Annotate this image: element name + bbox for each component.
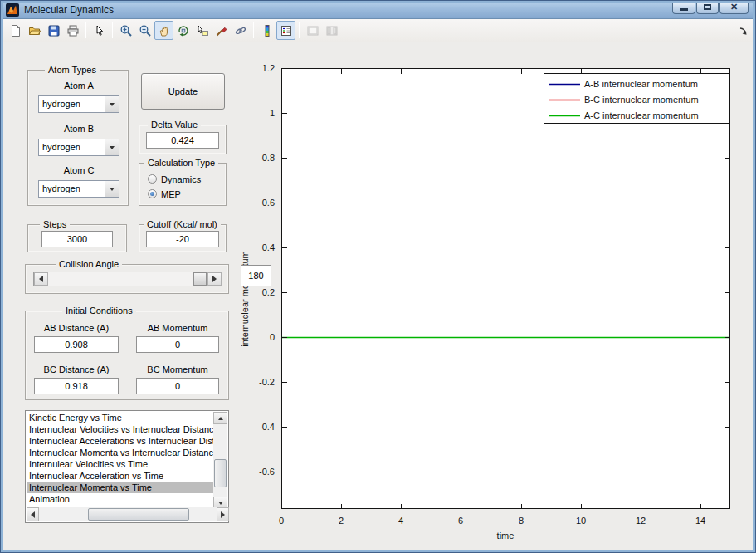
vertical-scrollbar[interactable] (213, 412, 227, 509)
insert-legend-button[interactable] (276, 21, 295, 40)
open-file-button[interactable] (25, 21, 44, 40)
steps-panel: Steps (27, 224, 127, 252)
save-figure-button[interactable] (44, 21, 63, 40)
scroll-left-button[interactable] (27, 507, 39, 521)
arrow-left-icon (39, 276, 43, 282)
plot-selection-listbox: Kinetic Energy vs Time Internuclear Velo… (25, 410, 229, 523)
collision-angle-panel: Collision Angle (25, 264, 229, 294)
horizontal-scrollbar[interactable] (27, 507, 229, 521)
dropdown-button[interactable] (105, 181, 119, 197)
brush-data-button[interactable] (212, 21, 231, 40)
new-figure-button[interactable] (6, 21, 25, 40)
titlebar[interactable]: Molecular Dynamics (1, 1, 755, 19)
save-icon (47, 24, 61, 37)
plot-area[interactable] (282, 69, 730, 509)
rotate-3d-button[interactable] (173, 21, 193, 40)
xtick-label: 2 (339, 516, 344, 526)
chevron-down-icon (110, 103, 115, 106)
horizontal-scroll-thumb[interactable] (88, 508, 189, 521)
radio-dynamics-label: Dynamics (161, 174, 201, 184)
collision-angle-input[interactable] (241, 265, 271, 286)
list-item[interactable]: Kinetic Energy vs Time (27, 412, 215, 423)
xtick-label: 8 (519, 516, 524, 526)
ytick-label: 0.2 (262, 287, 275, 297)
legend-label-ac: A-C internuclear momentum (584, 110, 699, 120)
panel-title: Calculation Type (144, 157, 218, 169)
close-button[interactable]: ✕ (719, 0, 749, 14)
radio-mep-label: MEP (161, 189, 181, 199)
maximize-icon (704, 4, 711, 10)
bc-momentum-input[interactable] (136, 378, 219, 394)
listbox-items: Kinetic Energy vs Time Internuclear Velo… (27, 412, 215, 509)
scroll-right-button[interactable] (217, 507, 229, 521)
ab-momentum-input[interactable] (136, 336, 219, 353)
data-cursor-button[interactable] (193, 21, 212, 40)
zoom-out-button[interactable] (135, 21, 154, 40)
xtick-label: 10 (576, 516, 586, 526)
panel-title: Steps (40, 218, 70, 230)
radio-button-icon[interactable] (148, 189, 157, 198)
delta-value-input[interactable] (146, 132, 219, 149)
radio-button-icon[interactable] (148, 174, 157, 184)
cutoff-input[interactable] (146, 231, 219, 247)
hide-plot-tools-button[interactable] (303, 21, 322, 40)
initial-conditions-panel: Initial Conditions AB Distance (A) AB Mo… (25, 311, 229, 400)
scroll-up-button[interactable] (213, 412, 227, 424)
ab-distance-label: AB Distance (A) (34, 323, 119, 333)
insert-colorbar-button[interactable] (257, 21, 276, 40)
pan-button[interactable] (154, 21, 173, 40)
panel-title: Cutoff (Kcal/ mol) (144, 218, 221, 230)
dock-arrow-icon (738, 26, 749, 37)
maximize-button[interactable] (696, 0, 719, 14)
atom-a-dropdown[interactable]: hydrogen (38, 95, 119, 113)
slider-right-button[interactable] (207, 272, 222, 286)
bc-distance-input[interactable] (34, 378, 119, 394)
ytick-label: -0.2 (259, 377, 275, 387)
list-item[interactable]: Internuclear Velocities vs Internuclear … (27, 423, 215, 435)
zoom-in-button[interactable] (116, 21, 135, 40)
show-plot-tools-icon (325, 24, 339, 37)
atom-a-value: hydrogen (39, 96, 105, 112)
atom-c-dropdown[interactable]: hydrogen (38, 180, 119, 198)
collision-angle-slider[interactable] (33, 272, 222, 286)
atom-b-value: hydrogen (39, 139, 105, 155)
radio-mep[interactable]: MEP (148, 188, 181, 199)
list-item-selected[interactable]: Internuclear Momenta vs Time (27, 482, 215, 493)
arrow-left-icon (31, 511, 35, 518)
radio-dynamics[interactable]: Dynamics (148, 174, 201, 184)
arrow-down-icon (218, 502, 223, 505)
list-item[interactable]: Animation (27, 493, 215, 505)
list-item[interactable]: Internuclear Acceleration vs Time (27, 470, 215, 482)
vertical-scroll-thumb[interactable] (214, 459, 227, 487)
dropdown-button[interactable] (105, 139, 119, 155)
ytick-label: 0.6 (262, 198, 275, 208)
minimize-button[interactable] (672, 0, 695, 14)
minimize-icon (680, 8, 688, 11)
molecular-dynamics-window: Molecular Dynamics ✕ (0, 0, 756, 553)
xtick-label: 14 (695, 516, 705, 526)
link-plot-button[interactable] (231, 21, 250, 40)
list-item[interactable]: Internuclear Accelerations vs Internucle… (27, 435, 215, 447)
print-figure-button[interactable] (63, 21, 82, 40)
atom-b-dropdown[interactable]: hydrogen (38, 139, 119, 156)
show-plot-tools-button[interactable] (322, 21, 341, 40)
ytick-label: 0.8 (262, 153, 275, 163)
dropdown-button[interactable] (105, 96, 119, 112)
legend[interactable]: A-B internuclear momentum B-C internucle… (544, 74, 729, 124)
data-cursor-icon (196, 24, 209, 37)
close-icon: ✕ (730, 2, 738, 12)
edit-plot-button[interactable] (90, 21, 109, 40)
toolbar-separator (253, 22, 254, 38)
chevron-down-icon (110, 188, 115, 191)
window-title: Molecular Dynamics (24, 4, 114, 16)
dock-figure-button[interactable] (738, 25, 749, 40)
brush-icon (215, 24, 228, 37)
panel-title: Atom Types (45, 64, 100, 76)
slider-thumb[interactable] (193, 272, 207, 286)
list-item[interactable]: Internulear Velocities vs Time (27, 458, 215, 470)
update-button[interactable]: Update (141, 73, 225, 110)
ab-distance-input[interactable] (34, 336, 119, 353)
list-item[interactable]: Internuclear Momenta vs Internuclear Dis… (27, 447, 215, 458)
slider-left-button[interactable] (34, 272, 48, 286)
steps-input[interactable] (41, 231, 113, 247)
